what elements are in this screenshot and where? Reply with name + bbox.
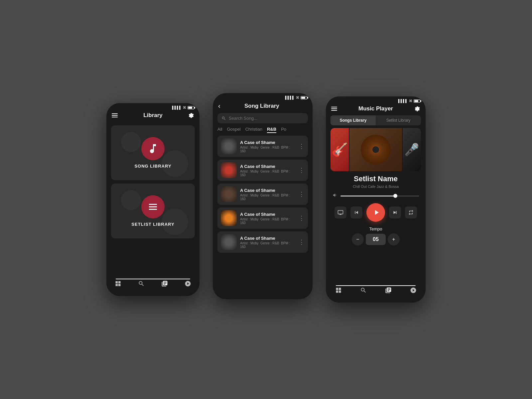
song-title-5: A Case of Shame bbox=[240, 236, 295, 241]
song-title-3: A Case of Shame bbox=[240, 188, 295, 193]
back-button[interactable]: ‹ bbox=[218, 102, 220, 110]
menu-icon-3[interactable] bbox=[331, 107, 337, 111]
library-header: Library bbox=[106, 111, 200, 122]
setlist-subtitle: Chill Out Cafe Jazz & Bossa bbox=[326, 185, 426, 189]
song-library-title: Song Library bbox=[223, 103, 301, 109]
setlist-library-label: SETLIST LIBRARY bbox=[131, 222, 174, 227]
genre-all[interactable]: All bbox=[217, 127, 222, 133]
song-item-2[interactable]: A Case of Shame Artist : Moby Genre : R&… bbox=[217, 160, 308, 181]
song-more-3[interactable]: ⋮ bbox=[299, 191, 305, 198]
setlist-name: Setlist Name bbox=[326, 175, 426, 183]
song-meta-3: Artist : Moby Genre : R&B BPM : 160 bbox=[240, 194, 295, 201]
song-info-4: A Case of Shame Artist : Moby Genre : R&… bbox=[240, 212, 295, 225]
library-title: Library bbox=[143, 112, 163, 119]
song-title-4: A Case of Shame bbox=[240, 212, 295, 217]
nav-play-3[interactable] bbox=[410, 287, 417, 294]
vinyl-record bbox=[361, 135, 391, 165]
repeat-button[interactable] bbox=[405, 206, 417, 218]
song-thumb-2 bbox=[221, 162, 237, 178]
screen-icon-btn[interactable] bbox=[334, 206, 346, 218]
song-thumb-4 bbox=[221, 210, 237, 226]
song-thumb-3 bbox=[221, 186, 237, 202]
genre-christian[interactable]: Christian bbox=[245, 127, 262, 133]
phone-music-player: ▌▌▌▌ ⌘ Music Player Songs Library Setlis… bbox=[326, 96, 426, 303]
battery-icon-3 bbox=[414, 99, 420, 103]
song-info-3: A Case of Shame Artist : Moby Genre : R&… bbox=[240, 188, 295, 201]
status-bar-1: ▌▌▌▌ ⌘ bbox=[106, 103, 200, 111]
nav-grid-3[interactable] bbox=[335, 287, 342, 294]
genre-po[interactable]: Po bbox=[281, 127, 286, 133]
song-item-3[interactable]: A Case of Shame Artist : Moby Genre : R&… bbox=[217, 184, 308, 205]
menu-icon[interactable] bbox=[112, 113, 118, 117]
song-title-1: A Case of Shame bbox=[240, 140, 295, 145]
wifi-icon-2: ⌘ bbox=[296, 96, 299, 99]
skip-prev-button[interactable] bbox=[350, 206, 362, 218]
status-bar-3: ▌▌▌▌ ⌘ bbox=[326, 96, 426, 104]
art-microphone bbox=[403, 128, 421, 171]
tempo-value: 05 bbox=[366, 234, 386, 245]
song-more-2[interactable]: ⋮ bbox=[299, 167, 305, 174]
song-more-5[interactable]: ⋮ bbox=[299, 238, 305, 246]
skip-next-button[interactable] bbox=[389, 206, 401, 218]
song-thumb-5 bbox=[221, 234, 237, 250]
tab-songs-library[interactable]: Songs Library bbox=[331, 115, 376, 125]
nav-play-1[interactable] bbox=[185, 280, 191, 287]
tempo-control: − 05 + bbox=[326, 233, 426, 245]
song-meta-2: Artist : Moby Genre : R&B BPM : 160 bbox=[240, 170, 295, 177]
settings-icon-3[interactable] bbox=[414, 106, 420, 112]
nav-search-3[interactable] bbox=[360, 287, 367, 294]
song-more-1[interactable]: ⋮ bbox=[299, 143, 305, 150]
song-library-card[interactable]: SONG LIBRARY bbox=[111, 125, 195, 180]
tempo-label: Tempo bbox=[326, 226, 426, 231]
search-input[interactable] bbox=[229, 116, 304, 121]
library-grid: SONG LIBRARY SETLIST LIBRARY bbox=[106, 122, 200, 242]
song-item-4[interactable]: A Case of Shame Artist : Moby Genre : R&… bbox=[217, 207, 308, 229]
song-item-1[interactable]: A Case of Shame Artist : Moby Genre : R&… bbox=[217, 136, 308, 157]
settings-icon[interactable] bbox=[188, 112, 194, 118]
genre-gospel[interactable]: Gospel bbox=[227, 127, 240, 133]
bottom-nav-1 bbox=[106, 274, 200, 296]
song-info-5: A Case of Shame Artist : Moby Genre : R&… bbox=[240, 236, 295, 249]
album-art bbox=[331, 128, 421, 171]
song-more-4[interactable]: ⋮ bbox=[299, 214, 305, 222]
volume-fill bbox=[340, 196, 395, 197]
battery-icon bbox=[188, 106, 194, 109]
volume-row bbox=[326, 193, 426, 199]
wifi-icon: ⌘ bbox=[183, 106, 186, 109]
setlist-library-card[interactable]: SETLIST LIBRARY bbox=[111, 184, 195, 238]
tab-setlist-library[interactable]: Setlist Library bbox=[376, 115, 421, 125]
nav-search-1[interactable] bbox=[138, 280, 145, 287]
song-info-1: A Case of Shame Artist : Moby Genre : R&… bbox=[240, 140, 295, 153]
song-title-2: A Case of Shame bbox=[240, 164, 295, 169]
tempo-decrease-btn[interactable]: − bbox=[352, 233, 364, 245]
setlist-library-icon-circle bbox=[141, 195, 165, 218]
signal-icon: ▌▌▌▌ bbox=[172, 106, 182, 109]
song-meta-1: Artist : Moby Genre : R&B BPM : 160 bbox=[240, 146, 295, 153]
search-bar[interactable] bbox=[217, 113, 308, 123]
bottom-nav-3 bbox=[326, 281, 426, 303]
nav-grid-1[interactable] bbox=[115, 280, 121, 287]
song-item-5[interactable]: A Case of Shame Artist : Moby Genre : R&… bbox=[217, 231, 308, 253]
player-tabs: Songs Library Setlist Library bbox=[331, 115, 421, 125]
battery-icon-2 bbox=[301, 96, 307, 99]
signal-icon-3: ▌▌▌▌ bbox=[398, 99, 408, 103]
wifi-icon-3: ⌘ bbox=[409, 99, 412, 103]
music-player-header: Music Player bbox=[326, 104, 426, 115]
nav-library-3[interactable] bbox=[385, 287, 392, 294]
song-info-2: A Case of Shame Artist : Moby Genre : R&… bbox=[240, 164, 295, 177]
volume-track[interactable] bbox=[340, 196, 419, 197]
song-meta-4: Artist : Moby Genre : R&B BPM : 160 bbox=[240, 217, 295, 225]
volume-icon bbox=[332, 193, 338, 199]
volume-knob bbox=[393, 194, 397, 198]
art-fire-guitar bbox=[331, 128, 349, 171]
nav-library-1[interactable] bbox=[161, 280, 168, 287]
song-library-header: ‹ Song Library bbox=[213, 101, 313, 113]
tempo-increase-btn[interactable]: + bbox=[388, 233, 400, 245]
genre-tabs: All Gospel Christian R&B Po bbox=[213, 127, 313, 136]
tempo-section: Tempo − 05 + bbox=[326, 226, 426, 245]
genre-rnb[interactable]: R&B bbox=[267, 127, 276, 133]
player-controls bbox=[326, 203, 426, 222]
music-player-title: Music Player bbox=[358, 105, 393, 112]
song-thumb-1 bbox=[221, 138, 237, 154]
play-button[interactable] bbox=[366, 203, 385, 222]
